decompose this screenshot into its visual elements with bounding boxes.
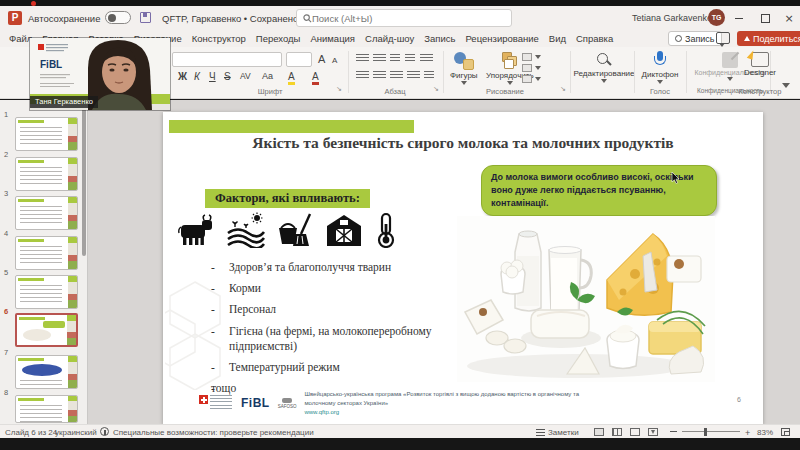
language-indicator[interactable]: украинский (55, 428, 97, 437)
autosave-toggle[interactable] (105, 11, 131, 24)
record-button[interactable]: Запись (668, 31, 722, 46)
slide-canvas: Якість та безпечність сирого молока та м… (163, 112, 763, 424)
slide-thumbnail-5[interactable] (15, 275, 78, 309)
shapes-label: Фигуры (450, 71, 478, 80)
zoom-slider-thumb[interactable] (704, 428, 707, 436)
tab-record[interactable]: Запись (419, 33, 460, 44)
slide-thumbnail-8[interactable] (15, 395, 78, 423)
reading-view-button[interactable] (630, 428, 640, 436)
slide-thumbnail-1[interactable] (15, 117, 78, 151)
font-name-select[interactable] (172, 52, 282, 67)
barn-icon (324, 212, 364, 248)
callout-box[interactable]: До молока вимоги особливо високі, оскіль… (481, 165, 717, 216)
search-input[interactable] (312, 13, 492, 24)
notes-button[interactable]: Заметки (548, 428, 579, 437)
divider (686, 51, 687, 93)
powerpoint-window: P Автосохранение QFTP, Гаркавенко • Сохр… (0, 0, 800, 450)
slide-title[interactable]: Якість та безпечність сирого молока та м… (183, 134, 743, 152)
tab-transitions[interactable]: Переходы (251, 33, 306, 44)
align-center-icon[interactable] (373, 71, 386, 80)
drawing-dialog-launcher-icon[interactable]: ↘ (560, 85, 566, 93)
tab-slideshow[interactable]: Слайд-шоу (360, 33, 419, 44)
chevron-down-icon (727, 77, 733, 81)
thumb-number: 5 (4, 268, 14, 277)
font-dialog-launcher-icon[interactable]: ↘ (336, 85, 342, 93)
slideshow-button[interactable] (648, 428, 658, 436)
comments-icon[interactable] (716, 32, 730, 44)
quick-styles-button[interactable] (522, 53, 541, 83)
slide-thumbnail-7[interactable] (15, 355, 78, 389)
dictate-button[interactable]: Диктофон (638, 51, 682, 84)
save-icon[interactable] (140, 12, 151, 23)
slide-sorter-view-button[interactable] (612, 428, 622, 436)
numbered-list-icon[interactable] (373, 54, 386, 63)
tab-review[interactable]: Рецензирование (460, 33, 543, 44)
designer-button[interactable]: Designer (738, 52, 782, 77)
font-color-button[interactable]: А (312, 71, 319, 85)
slide-accent-bar (169, 120, 414, 133)
dairy-products-image[interactable] (457, 216, 715, 382)
account-avatar[interactable]: TG (708, 9, 725, 26)
align-left-icon[interactable] (356, 71, 369, 80)
slide-thumbnail-2[interactable] (15, 157, 78, 191)
slide-thumbnail-6-selected[interactable] (15, 313, 78, 347)
accessibility-icon (100, 427, 109, 436)
change-case-button[interactable]: Aa (262, 71, 273, 81)
bold-button[interactable]: Ж (178, 71, 187, 82)
tab-animations[interactable]: Анимация (305, 33, 360, 44)
strikethrough-button[interactable]: S (224, 71, 231, 82)
character-spacing-button[interactable]: AV (240, 71, 251, 81)
tab-view[interactable]: Вид (544, 33, 571, 44)
privacy-icon (722, 52, 738, 68)
slide-thumbnail-4[interactable] (15, 236, 78, 270)
justify-icon[interactable] (407, 71, 420, 80)
grow-font-button[interactable]: А (318, 53, 325, 65)
webcam-overlay[interactable]: FiBL Таня Геркавенко (30, 38, 170, 110)
italic-button[interactable]: К (194, 71, 200, 82)
align-right-icon[interactable] (390, 71, 403, 80)
collapse-ribbon-icon[interactable] (782, 83, 790, 88)
indent-increase-icon[interactable] (405, 54, 415, 63)
thermometer-icon (373, 212, 399, 248)
editing-button[interactable]: Редактирование (576, 52, 632, 83)
tab-design[interactable]: Конструктор (187, 33, 251, 44)
account-name[interactable]: Tetiana Garkavenko (632, 13, 712, 23)
bullet-item: Корми (211, 281, 473, 296)
zoom-in-button[interactable]: + (745, 428, 750, 438)
safoso-mark (282, 398, 292, 403)
bullet-item: Температурний режим (211, 360, 473, 375)
workspace: 1 2 3 4 5 6 7 8 Якість та безпечність си… (0, 100, 800, 424)
search-box[interactable] (296, 9, 512, 27)
columns-icon[interactable] (424, 71, 434, 80)
thumbnail-scrollbar[interactable] (82, 106, 86, 256)
factor-icons-row[interactable] (177, 212, 399, 248)
bullet-list-icon[interactable] (356, 54, 369, 63)
powerpoint-app-icon[interactable]: P (8, 11, 22, 25)
shrink-font-button[interactable]: А (332, 56, 337, 65)
minimize-button[interactable] (726, 6, 752, 30)
normal-view-button[interactable] (594, 428, 604, 436)
editing-label: Редактирование (574, 69, 635, 78)
indent-decrease-icon[interactable] (390, 54, 400, 63)
factors-heading[interactable]: Фактори, які впливають: (205, 189, 370, 208)
swiss-flag-icon (199, 395, 208, 404)
close-button[interactable]: × (778, 6, 800, 30)
highlight-color-button[interactable]: А (288, 71, 295, 85)
maximize-button[interactable] (752, 6, 778, 30)
font-size-select[interactable] (286, 52, 312, 67)
zoom-out-button[interactable] (670, 431, 677, 432)
slide-thumbnail-3[interactable] (15, 196, 78, 230)
bullet-list[interactable]: Здоров’я та благополуччя тварин Корми Пе… (211, 260, 473, 402)
shapes-button[interactable]: Фигуры (450, 52, 478, 85)
program-url[interactable]: www.qftp.org (304, 409, 339, 415)
paragraph-dialog-launcher-icon[interactable]: ↘ (433, 85, 439, 93)
zoom-percentage[interactable]: 83% (757, 428, 773, 437)
thumb-number: 4 (4, 229, 14, 238)
tab-help[interactable]: Справка (571, 33, 618, 44)
underline-button[interactable]: Ч (209, 71, 216, 82)
accessibility-status[interactable]: Специальные возможности: проверьте реком… (113, 428, 314, 437)
zoom-slider[interactable] (682, 431, 740, 432)
fit-to-window-button[interactable] (781, 428, 790, 436)
line-spacing-icon[interactable] (420, 54, 433, 63)
share-button[interactable]: Поделиться (737, 31, 800, 46)
